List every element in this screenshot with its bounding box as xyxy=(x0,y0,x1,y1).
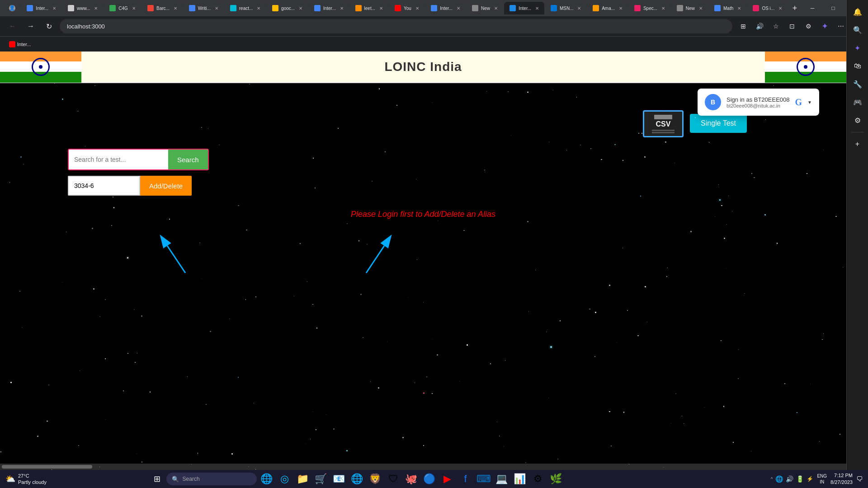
tab-close-inter2[interactable]: ✕ xyxy=(339,5,345,11)
tab-amazon[interactable]: Ama... ✕ xyxy=(587,2,628,14)
app-title: LOINC India xyxy=(384,60,462,74)
tab-close-react[interactable]: ✕ xyxy=(255,5,262,11)
tab-close-math[interactable]: ✕ xyxy=(736,5,742,11)
sidebar-search-icon[interactable]: 🔍 xyxy=(849,22,866,38)
tab-close-msn[interactable]: ✕ xyxy=(576,5,582,11)
taskbar-app-brave[interactable]: 🦁 xyxy=(367,471,383,487)
taskbar-app-email[interactable]: 📧 xyxy=(331,471,347,487)
forward-button[interactable]: → xyxy=(24,19,38,33)
login-message: Please Login first to Add/Delete an Alia… xyxy=(351,210,495,219)
tab-profile[interactable]: 👤 xyxy=(4,2,20,14)
tab-label-spec: Spec... xyxy=(643,6,657,11)
refresh-button[interactable]: ↻ xyxy=(42,19,56,33)
taskbar-app-terminal[interactable]: 💻 xyxy=(494,471,510,487)
tab-2[interactable]: www... ✕ xyxy=(62,2,103,14)
horizontal-scrollbar[interactable] xyxy=(0,464,846,470)
tab-c4g[interactable]: C4G ✕ xyxy=(104,2,141,14)
taskbar-app-cortana[interactable]: ◎ xyxy=(277,471,293,487)
tab-close-spec[interactable]: ✕ xyxy=(660,5,666,11)
taskbar-app-github[interactable]: 🐙 xyxy=(403,471,420,487)
tab-active[interactable]: Inter... ✕ xyxy=(504,2,544,14)
tab-spec[interactable]: Spec... ✕ xyxy=(629,2,670,14)
sidebar-add-icon[interactable]: + xyxy=(849,136,866,152)
google-dropdown-icon[interactable]: ▼ xyxy=(807,100,812,105)
google-signin-popup[interactable]: B Sign in as BT20EEE008 bt20eee008@nituk… xyxy=(698,89,819,116)
tab-new1[interactable]: New ✕ xyxy=(467,2,503,14)
tab-label-math: Math xyxy=(723,6,733,11)
taskbar-app-store[interactable]: 🛒 xyxy=(313,471,329,487)
collections-icon[interactable]: ⊡ xyxy=(785,19,799,33)
taskbar-search[interactable]: 🔍 Search xyxy=(166,473,257,485)
taskbar-app-edge[interactable]: 🌐 xyxy=(259,471,275,487)
sidebar-games-icon[interactable]: 🎮 xyxy=(849,94,866,110)
tab-writi[interactable]: Writi... ✕ xyxy=(184,2,224,14)
tab-you[interactable]: You ✕ xyxy=(389,2,425,14)
favorites-icon[interactable]: ☆ xyxy=(769,19,783,33)
csv-button[interactable]: CSV xyxy=(643,110,684,137)
taskbar-app-green[interactable]: 🌿 xyxy=(548,471,564,487)
tab-close-new2[interactable]: ✕ xyxy=(698,5,704,11)
tab-close-c4g[interactable]: ✕ xyxy=(131,5,137,11)
tab-close-leet[interactable]: ✕ xyxy=(378,5,384,11)
sidebar-shopping-icon[interactable]: 🛍 xyxy=(849,58,866,74)
tab-close-1[interactable]: ✕ xyxy=(51,5,57,11)
back-button[interactable]: ← xyxy=(5,19,20,33)
taskbar-app-files[interactable]: 📁 xyxy=(295,471,311,487)
tab-close-writi[interactable]: ✕ xyxy=(213,5,220,11)
taskbar-app-powerpoint[interactable]: 📊 xyxy=(512,471,528,487)
tab-math[interactable]: Math ✕ xyxy=(709,2,746,14)
split-screen-icon[interactable]: ⊞ xyxy=(736,19,750,33)
tab-goog[interactable]: gooc... ✕ xyxy=(267,2,308,14)
tab-close-amazon[interactable]: ✕ xyxy=(618,5,624,11)
taskbar-app-shield[interactable]: 🛡 xyxy=(385,471,401,487)
tab-close-goog[interactable]: ✕ xyxy=(297,5,304,11)
tab-close-you[interactable]: ✕ xyxy=(414,5,420,11)
taskbar-app-vscode[interactable]: ⌨ xyxy=(476,471,492,487)
taskbar-app-settings[interactable]: ⚙ xyxy=(530,471,546,487)
tab-bar: 👤 Inter... ✕ www... ✕ C4G ✕ Barc... ✕ Wr… xyxy=(0,0,868,16)
tab-1[interactable]: Inter... ✕ xyxy=(21,2,61,14)
taskbar-app-chrome[interactable]: 🔵 xyxy=(421,471,438,487)
address-input[interactable] xyxy=(60,19,732,33)
loinc-input[interactable] xyxy=(68,176,140,196)
tray-chevron[interactable]: ^ xyxy=(771,477,773,482)
taskbar-app-edge2[interactable]: 🌐 xyxy=(349,471,365,487)
tab-inter3[interactable]: Inter... ✕ xyxy=(425,2,466,14)
sidebar-copilot-icon[interactable]: ✦ xyxy=(849,40,866,56)
tab-close-os[interactable]: ✕ xyxy=(777,5,783,11)
weather-widget[interactable]: ⛅ 27°C Partly cloudy xyxy=(5,473,47,486)
tab-react[interactable]: react... ✕ xyxy=(225,2,266,14)
add-delete-button[interactable]: Add/Delete xyxy=(140,176,192,196)
search-button[interactable]: Search xyxy=(168,150,208,169)
scrollbar-thumb[interactable] xyxy=(2,465,92,469)
google-signin-text: Sign in as BT20EEE008 bt20eee008@nituk.a… xyxy=(726,96,789,108)
tab-inter2[interactable]: Inter... ✕ xyxy=(309,2,349,14)
tab-leet[interactable]: leet... ✕ xyxy=(350,2,388,14)
tab-close-inter3[interactable]: ✕ xyxy=(455,5,462,11)
maximize-button[interactable]: □ xyxy=(823,0,844,16)
tab-os[interactable]: OS i... ✕ xyxy=(747,2,788,14)
taskbar-app-youtube[interactable]: ▶ xyxy=(439,471,456,487)
copilot-icon[interactable]: ✦ xyxy=(817,19,832,33)
new-tab-button[interactable]: + xyxy=(788,2,801,14)
tab-close-2[interactable]: ✕ xyxy=(93,5,99,11)
tab-close-barc[interactable]: ✕ xyxy=(172,5,179,11)
search-input[interactable] xyxy=(69,150,168,169)
sidebar-tools-icon[interactable]: 🔧 xyxy=(849,76,866,92)
read-aloud-icon[interactable]: 🔊 xyxy=(752,19,767,33)
tab-close-new1[interactable]: ✕ xyxy=(493,5,499,11)
single-test-button[interactable]: Single Test xyxy=(690,114,747,133)
minimize-button[interactable]: ─ xyxy=(802,0,823,16)
start-button[interactable]: ⊞ xyxy=(150,472,165,486)
bookmark-item[interactable]: Inter... xyxy=(5,39,35,49)
sidebar-edge-icon[interactable]: ⚙ xyxy=(849,112,866,128)
tab-barc[interactable]: Barc... ✕ xyxy=(142,2,183,14)
notification-icon[interactable]: 🗨 xyxy=(856,475,863,483)
tab-close-active[interactable]: ✕ xyxy=(534,5,540,11)
tab-label-1: Inter... xyxy=(36,6,48,11)
tab-msn[interactable]: MSN... ✕ xyxy=(545,2,586,14)
browser-extensions-icon[interactable]: ⚙ xyxy=(801,19,816,33)
sidebar-notifications-icon[interactable]: 🔔 xyxy=(849,4,866,20)
taskbar-app-facebook[interactable]: f xyxy=(458,471,474,487)
tab-new2[interactable]: New ✕ xyxy=(671,2,708,14)
